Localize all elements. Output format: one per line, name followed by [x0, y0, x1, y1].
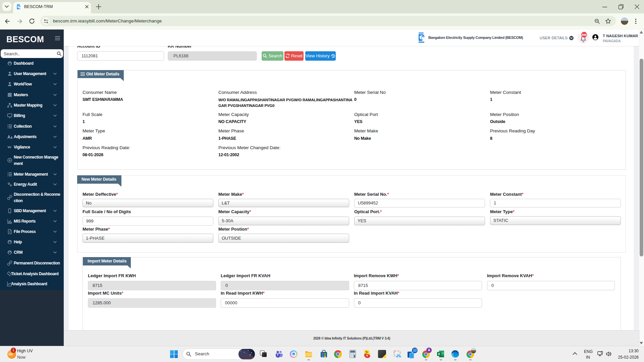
svg-text:T: T [277, 353, 279, 357]
